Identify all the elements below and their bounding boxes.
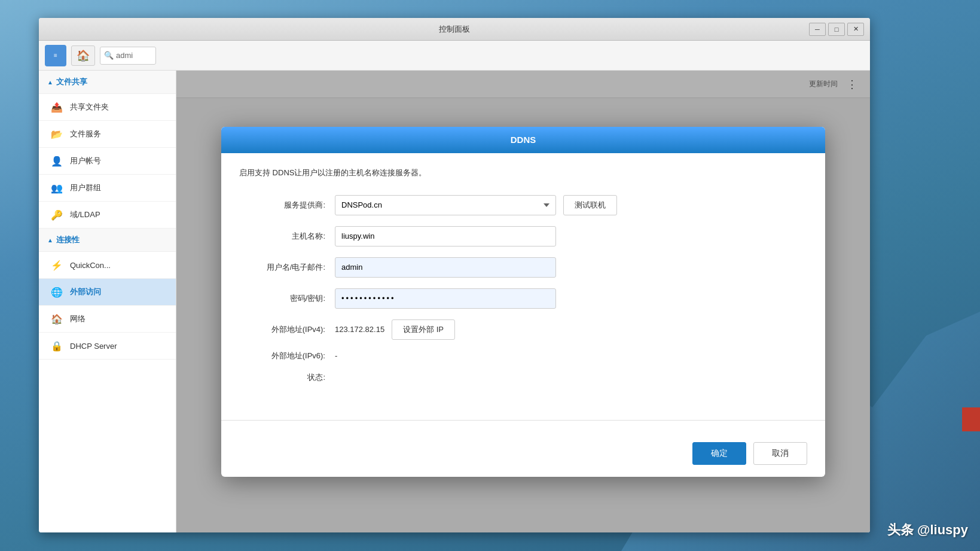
nas-flag-decoration xyxy=(962,407,980,431)
ipv4-value: 123.172.82.15 xyxy=(335,325,384,334)
sidebar-section-connectivity[interactable]: ▲ 连接性 xyxy=(39,229,176,252)
ipv4-label: 外部地址(IPv4): xyxy=(239,324,335,335)
hostname-label: 主机名称: xyxy=(239,231,335,242)
sidebar-item-shared-folder[interactable]: 📤 共享文件夹 xyxy=(39,94,176,121)
user-account-icon: 👤 xyxy=(50,154,64,168)
window-title: 控制面板 xyxy=(439,24,470,35)
search-input[interactable] xyxy=(116,51,152,60)
username-label: 用户名/电子邮件: xyxy=(239,262,335,273)
dialog-title: DDNS xyxy=(511,135,536,145)
password-label: 密码/密钥: xyxy=(239,293,335,304)
sidebar-item-quickconnect-label: QuickCon... xyxy=(70,261,111,270)
home-icon: 🏠 xyxy=(77,49,90,62)
domain-ldap-icon: 🔑 xyxy=(50,208,64,222)
sidebar-item-user-group-label: 用户群组 xyxy=(70,182,101,193)
sidebar-item-external-access[interactable]: 🌐 外部访问 xyxy=(39,279,176,306)
sidebar-item-dhcp-server[interactable]: 🔒 DHCP Server xyxy=(39,333,176,360)
username-row: 用户名/电子邮件: xyxy=(239,257,807,278)
confirm-button[interactable]: 确定 xyxy=(692,442,746,465)
ddns-dialog: DDNS 启用支持 DDNS让用户以注册的主机名称连接服务器。 服务提供商: D… xyxy=(221,127,825,477)
sidebar-item-network[interactable]: 🏠 网络 xyxy=(39,306,176,333)
dhcp-server-icon: 🔒 xyxy=(50,339,64,353)
shared-folder-icon: 📤 xyxy=(50,100,64,114)
sidebar-section-file-sharing[interactable]: ▲ 文件共享 xyxy=(39,71,176,94)
provider-select-wrapper: DNSPod.cn 测试联机 xyxy=(335,195,617,215)
test-connection-button[interactable]: 测试联机 xyxy=(563,195,617,215)
app-logo: ≡ xyxy=(45,45,66,66)
sidebar-item-external-access-label: 外部访问 xyxy=(70,287,101,297)
sidebar-item-network-label: 网络 xyxy=(70,313,86,324)
sidebar-item-user-account[interactable]: 👤 用户帐号 xyxy=(39,148,176,175)
watermark: 头条 @liuspy xyxy=(887,521,968,539)
sidebar-item-domain-ldap[interactable]: 🔑 域/LDAP xyxy=(39,202,176,229)
restore-button[interactable]: □ xyxy=(828,23,845,36)
provider-select[interactable]: DNSPod.cn xyxy=(335,195,556,215)
toolbar: ≡ 🏠 🔍 xyxy=(39,41,870,71)
minimize-button[interactable]: ─ xyxy=(809,23,826,36)
file-service-icon: 📂 xyxy=(50,127,64,141)
window-controls: ─ □ ✕ xyxy=(809,23,864,36)
sidebar-section-file-sharing-label: 文件共享 xyxy=(56,77,87,87)
sidebar-section-connectivity-label: 连接性 xyxy=(56,235,80,245)
collapse-arrow-icon: ▲ xyxy=(47,79,53,86)
dialog-separator xyxy=(221,420,825,421)
provider-row: 服务提供商: DNSPod.cn 测试联机 xyxy=(239,195,807,215)
ipv6-value: - xyxy=(335,351,337,360)
status-row: 状态: xyxy=(239,372,807,383)
ipv4-row: 外部地址(IPv4): 123.172.82.15 设置外部 IP xyxy=(239,319,807,340)
collapse-arrow-connectivity-icon: ▲ xyxy=(47,237,53,243)
hostname-input[interactable] xyxy=(335,226,556,246)
watermark-text: 头条 @liuspy xyxy=(887,522,968,537)
network-icon: 🏠 xyxy=(50,312,64,326)
main-layout: ▲ 文件共享 📤 共享文件夹 📂 文件服务 👤 用户帐号 👥 用户群组 🔑 xyxy=(39,71,870,532)
home-button[interactable]: 🏠 xyxy=(71,45,95,66)
set-external-ip-button[interactable]: 设置外部 IP xyxy=(392,319,455,340)
quickconnect-icon: ⚡ xyxy=(50,258,64,272)
user-group-icon: 👥 xyxy=(50,181,64,195)
dialog-description: 启用支持 DDNS让用户以注册的主机名称连接服务器。 xyxy=(239,168,807,178)
sidebar: ▲ 文件共享 📤 共享文件夹 📂 文件服务 👤 用户帐号 👥 用户群组 🔑 xyxy=(39,71,176,532)
dialog-footer: 确定 取消 xyxy=(221,433,825,477)
sidebar-item-quickconnect[interactable]: ⚡ QuickCon... xyxy=(39,252,176,279)
sidebar-item-file-service[interactable]: 📂 文件服务 xyxy=(39,121,176,148)
dialog-body: 启用支持 DDNS让用户以注册的主机名称连接服务器。 服务提供商: DNSPod… xyxy=(221,153,825,408)
search-icon: 🔍 xyxy=(104,51,114,60)
password-row: 密码/密钥: xyxy=(239,288,807,309)
ipv6-label: 外部地址(IPv6): xyxy=(239,351,335,361)
status-label: 状态: xyxy=(239,372,335,383)
cancel-button[interactable]: 取消 xyxy=(753,442,807,465)
sidebar-item-dhcp-server-label: DHCP Server xyxy=(70,342,117,351)
sidebar-item-shared-folder-label: 共享文件夹 xyxy=(70,102,109,112)
sidebar-item-user-account-label: 用户帐号 xyxy=(70,156,101,166)
username-input[interactable] xyxy=(335,257,556,278)
dialog-overlay: DDNS 启用支持 DDNS让用户以注册的主机名称连接服务器。 服务提供商: D… xyxy=(176,71,870,532)
ipv6-row: 外部地址(IPv6): - xyxy=(239,351,807,361)
search-bar[interactable]: 🔍 xyxy=(100,47,156,65)
close-button[interactable]: ✕ xyxy=(847,23,864,36)
control-panel-window: 控制面板 ─ □ ✕ ≡ 🏠 🔍 ▲ 文件共享 xyxy=(39,18,870,532)
sidebar-item-user-group[interactable]: 👥 用户群组 xyxy=(39,175,176,202)
sidebar-item-domain-ldap-label: 域/LDAP xyxy=(70,209,100,220)
title-bar: 控制面板 ─ □ ✕ xyxy=(39,18,870,41)
dialog-titlebar: DDNS xyxy=(221,127,825,153)
provider-label: 服务提供商: xyxy=(239,200,335,211)
sidebar-item-file-service-label: 文件服务 xyxy=(70,129,101,139)
external-access-icon: 🌐 xyxy=(50,285,64,299)
hostname-row: 主机名称: xyxy=(239,226,807,246)
password-input[interactable] xyxy=(335,288,556,309)
content-area: 更新时间 ⋮ DDNS 启用支持 DDNS让用户以注册的主机名称连接服务器。 xyxy=(176,71,870,532)
